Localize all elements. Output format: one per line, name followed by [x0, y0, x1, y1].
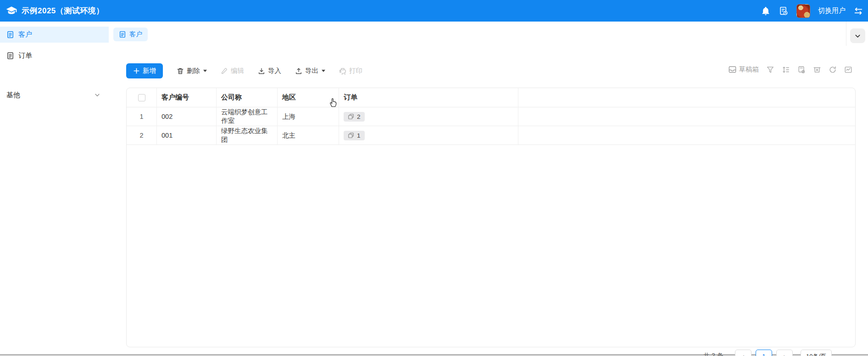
- cell-customer-code: 002: [157, 107, 217, 126]
- cell-orders: 1: [339, 126, 518, 145]
- add-button-label: 新增: [143, 67, 156, 75]
- table-row[interactable]: 1 002 云端织梦创意工作室 上海 2: [127, 107, 855, 126]
- graduation-cap-icon: [6, 5, 17, 17]
- add-button[interactable]: 新增: [126, 63, 163, 78]
- notifications-bell-icon[interactable]: [761, 6, 771, 16]
- export-button-label: 导出: [305, 67, 318, 75]
- caret-down-icon: [322, 70, 325, 72]
- orders-count: 2: [357, 113, 361, 120]
- sidebar-item-orders[interactable]: 订单: [0, 48, 109, 64]
- edit-button-label: 编辑: [231, 67, 244, 75]
- recycle-bin-icon[interactable]: [813, 66, 821, 74]
- user-avatar[interactable]: [796, 4, 810, 18]
- tabbar-divider: [846, 22, 846, 46]
- print-button-label: 打印: [349, 67, 362, 75]
- page-1-button[interactable]: 1: [756, 350, 772, 356]
- pencil-icon: [221, 67, 228, 75]
- cell-company: 绿野生态农业集团: [217, 126, 278, 145]
- delete-button-label: 删除: [187, 67, 200, 75]
- drafts-tray-icon: [728, 65, 737, 74]
- header-cell-empty: [518, 88, 855, 107]
- document-icon: [119, 31, 126, 38]
- row-height-icon[interactable]: [782, 66, 790, 74]
- cell-empty: [518, 126, 855, 145]
- tab-label: 客户: [129, 30, 142, 39]
- drafts-label: 草稿箱: [739, 65, 759, 74]
- sidebar-group-other[interactable]: 基他: [0, 88, 109, 102]
- chevron-down-icon: [94, 92, 100, 98]
- sidebar-group-label: 基他: [6, 91, 20, 100]
- table-row[interactable]: 2 001 绿野生态农业集团 北主 1: [127, 126, 855, 145]
- toolbar-utilities: 草稿箱: [728, 65, 853, 74]
- form-log-icon[interactable]: [779, 6, 789, 16]
- import-button[interactable]: 导入: [258, 67, 281, 75]
- toolbar: 新增 删除 编辑 导入 导出: [109, 63, 868, 82]
- edit-button[interactable]: 编辑: [221, 67, 244, 75]
- pagination-total: 共 2 条: [703, 352, 723, 356]
- cell-company: 云端织梦创意工作室: [217, 107, 278, 126]
- header-cell[interactable]: 公司称: [217, 88, 278, 107]
- sidebar-item-label: 订单: [18, 51, 32, 60]
- next-page-button[interactable]: ›: [776, 350, 793, 356]
- refresh-icon[interactable]: [829, 66, 837, 74]
- print-button[interactable]: 打印: [339, 67, 362, 75]
- switch-user-label[interactable]: 切换用户: [818, 6, 846, 15]
- row-index: 1: [127, 107, 157, 126]
- sidebar: 客户 订单 基他: [0, 22, 109, 356]
- sidebar-item-customers[interactable]: 客户: [0, 27, 109, 43]
- filter-icon[interactable]: [766, 66, 774, 74]
- linked-records-icon: [348, 113, 354, 120]
- linked-records-icon: [348, 132, 354, 139]
- cell-orders: 2: [339, 107, 518, 126]
- orders-count: 1: [357, 132, 361, 139]
- column-settings-icon[interactable]: [797, 66, 806, 74]
- header-cell[interactable]: 地区: [278, 88, 339, 107]
- import-button-label: 导入: [268, 67, 281, 75]
- top-bar: 示例2025（测试环境） 切换用户: [0, 0, 868, 22]
- cell-customer-code: 001: [157, 126, 217, 145]
- document-icon: [6, 52, 14, 60]
- select-all-checkbox[interactable]: [138, 94, 145, 101]
- prev-page-button[interactable]: ‹: [735, 350, 751, 356]
- printer-icon: [339, 67, 346, 75]
- app-title: 示例2025（测试环境）: [22, 6, 104, 16]
- delete-button[interactable]: 删除: [177, 67, 207, 75]
- sidebar-item-label: 客户: [18, 30, 32, 39]
- header-cell[interactable]: 订单: [339, 88, 518, 107]
- customers-table: 客户编号 公司称 地区 订单 1 002 云端织梦创意工作室 上海 2 2 00…: [126, 88, 856, 347]
- toolbar-actions: 新增 删除 编辑 导入 导出: [126, 63, 362, 78]
- top-bar-actions: 切换用户: [761, 4, 863, 18]
- tabs-collapse-button[interactable]: [850, 28, 865, 43]
- plus-icon: [133, 67, 140, 74]
- cell-region: 北主: [278, 126, 339, 145]
- export-button[interactable]: 导出: [295, 67, 325, 75]
- table-header-row: 客户编号 公司称 地区 订单: [127, 88, 855, 107]
- drafts-button[interactable]: 草稿箱: [728, 65, 759, 74]
- row-index: 2: [127, 126, 157, 145]
- tab-bar: 客户: [109, 22, 868, 46]
- export-icon: [295, 67, 302, 75]
- chart-icon[interactable]: [844, 66, 852, 74]
- brand: 示例2025（测试环境）: [6, 5, 104, 17]
- tab-customers[interactable]: 客户: [113, 28, 148, 41]
- caret-down-icon: [203, 70, 207, 72]
- swap-arrows-icon[interactable]: [853, 6, 863, 16]
- orders-link-badge[interactable]: 2: [344, 112, 365, 122]
- import-icon: [258, 67, 265, 75]
- cell-empty: [518, 107, 855, 126]
- orders-link-badge[interactable]: 1: [344, 131, 365, 140]
- header-cell[interactable]: 客户编号: [157, 88, 217, 107]
- trash-icon: [177, 67, 184, 75]
- cell-region: 上海: [278, 107, 339, 126]
- document-icon: [6, 31, 14, 39]
- page-size-select[interactable]: 10条/页: [801, 350, 832, 356]
- header-cell-select: [127, 88, 157, 107]
- chevron-down-icon: [854, 33, 861, 39]
